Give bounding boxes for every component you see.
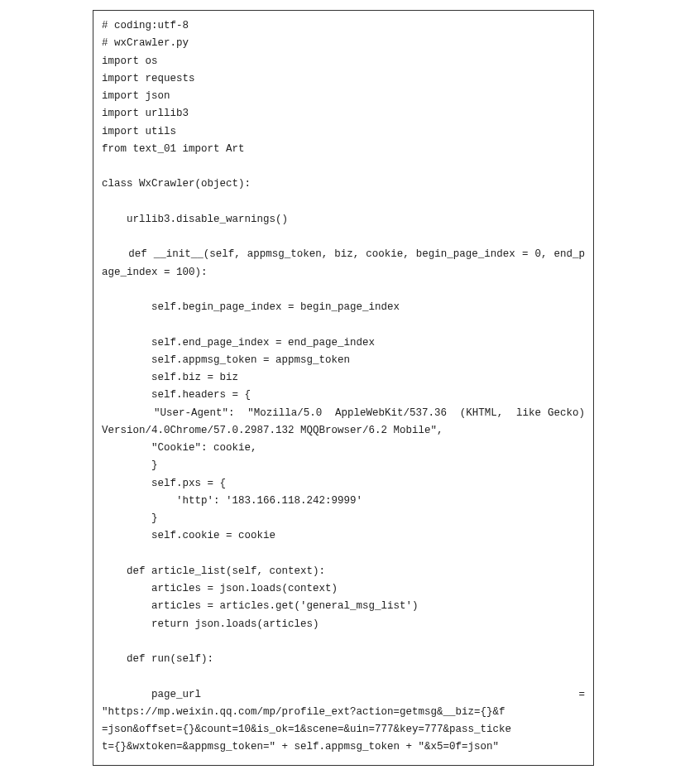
code-line: import urllib3 (102, 108, 189, 119)
code-line: import os (102, 55, 158, 67)
code-line: self.appmsg_token = appmsg_token (102, 354, 350, 366)
code-text: = (578, 686, 585, 704)
code-line: import utils (102, 126, 176, 137)
code-line: } (102, 459, 158, 471)
code-line: "https://mp.weixin.qq.com/mp/profile_ext… (102, 706, 505, 718)
code-line: class WxCrawler(object): (102, 178, 251, 190)
code-line: 'http': '183.166.118.242:9999' (102, 495, 362, 507)
code-line: import requests (102, 73, 195, 84)
code-line: import json (102, 90, 170, 102)
code-line: # coding:utf-8 (102, 20, 189, 31)
code-line: self.biz = biz (102, 372, 238, 383)
code-line: articles = articles.get('general_msg_lis… (102, 600, 419, 612)
code-line: self.pxs = { (102, 478, 226, 489)
code-block: # coding:utf-8 # wxCrawler.py import os … (93, 10, 594, 766)
code-line: "Cookie": cookie, (102, 442, 257, 454)
code-line: def __init__(self, appmsg_token, biz, co… (102, 248, 534, 260)
code-line: t={}&wxtoken=&appmsg_token=" + self.appm… (102, 741, 499, 753)
code-line: # wxCrawler.py (102, 37, 189, 49)
code-line: self.headers = { (102, 389, 251, 401)
code-line: articles = json.loads(context) (102, 583, 338, 594)
code-line: def article_list(self, context): (102, 565, 325, 577)
code-text: page_url (102, 686, 201, 704)
code-line: return json.loads(articles) (102, 618, 319, 630)
code-line: from text_01 import Art (102, 143, 245, 155)
code-line: =json&offset={}&count=10&is_ok=1&scene=&… (102, 724, 511, 735)
page: # coding:utf-8 # wxCrawler.py import os … (0, 0, 685, 776)
code-line: self.cookie = cookie (102, 530, 275, 541)
code-line: self.end_page_index = end_page_index (102, 337, 375, 349)
code-line: page_url= (102, 686, 585, 704)
code-line: def run(self): (102, 653, 213, 665)
code-line: } (102, 512, 158, 524)
code-line: urllib3.disable_warnings() (102, 214, 288, 225)
code-line: "User-Agent": "Mozilla/5.0 AppleWebKit/5… (102, 407, 548, 419)
code-line: self.begin_page_index = begin_page_index (102, 301, 400, 313)
